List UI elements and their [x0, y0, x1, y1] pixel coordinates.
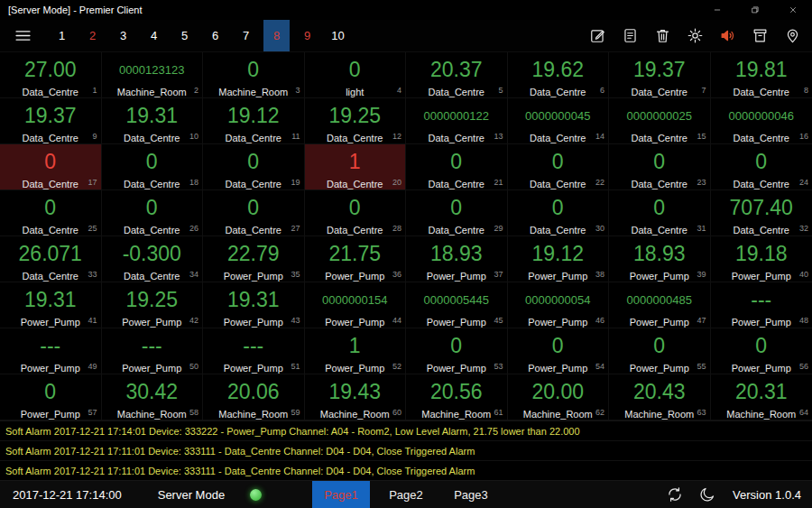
channel-tile-12[interactable]: 19.25Data_Centre12 [305, 98, 407, 144]
channel-tile-36[interactable]: 21.75Power_Pump36 [305, 236, 407, 282]
channel-tile-49[interactable]: ---Power_Pump49 [0, 328, 102, 374]
channel-tile-45[interactable]: 0000005445Power_Pump45 [406, 282, 508, 328]
channel-tile-44[interactable]: 0000000154Power_Pump44 [305, 282, 407, 328]
tile-index: 27 [291, 224, 300, 233]
delete-button[interactable] [654, 27, 671, 44]
channel-tile-9[interactable]: 19.37Data_Centre9 [0, 98, 102, 144]
channel-tile-31[interactable]: 0Data_Centre31 [609, 190, 711, 236]
archive-button[interactable] [752, 27, 769, 44]
tab-page2[interactable]: Page2 [377, 481, 435, 508]
channel-tile-35[interactable]: 22.79Power_Pump35 [203, 236, 305, 282]
channel-tile-52[interactable]: 1Power_Pump52 [305, 328, 407, 374]
channel-tile-17[interactable]: 0Data_Centre17 [0, 144, 102, 190]
channel-tile-40[interactable]: 19.18Power_Pump40 [711, 236, 812, 282]
tab-page3[interactable]: Page3 [442, 481, 500, 508]
channel-tile-13[interactable]: 0000000122Data_Centre13 [406, 98, 508, 144]
channel-tile-63[interactable]: 20.43Machine_Room63 [609, 374, 711, 420]
channel-tile-4[interactable]: 0light4 [305, 52, 407, 98]
channel-tile-59[interactable]: 20.06Machine_Room59 [203, 374, 305, 420]
channel-tile-25[interactable]: 0Data_Centre25 [0, 190, 102, 236]
channel-tile-39[interactable]: 18.93Power_Pump39 [609, 236, 711, 282]
tab-page1[interactable]: Page1 [312, 481, 370, 508]
moon-button[interactable] [698, 485, 716, 503]
tile-index: 41 [88, 316, 97, 325]
channel-tile-41[interactable]: 19.31Power_Pump41 [0, 282, 102, 328]
channel-tile-7[interactable]: 19.37Data_Centre7 [609, 52, 711, 98]
channel-tile-20[interactable]: 1Data_Centre20 [305, 144, 407, 190]
channel-tile-18[interactable]: 0Data_Centre18 [102, 144, 204, 190]
page-number-8[interactable]: 8 [263, 20, 290, 51]
edit-button[interactable] [589, 27, 606, 44]
channel-tile-51[interactable]: ---Power_Pump51 [203, 328, 305, 374]
channel-tile-42[interactable]: 19.25Power_Pump42 [102, 282, 204, 328]
settings-button[interactable] [687, 27, 704, 44]
channel-tile-37[interactable]: 18.93Power_Pump37 [406, 236, 508, 282]
channel-tile-26[interactable]: 0Data_Centre26 [102, 190, 204, 236]
channel-tile-8[interactable]: 19.81Data_Centre8 [711, 52, 812, 98]
location-button[interactable] [784, 27, 801, 44]
sync-button[interactable] [666, 485, 684, 503]
channel-tile-27[interactable]: 0Data_Centre27 [203, 190, 305, 236]
channel-tile-22[interactable]: 0Data_Centre22 [508, 144, 610, 190]
channel-tile-29[interactable]: 0Data_Centre29 [406, 190, 508, 236]
channel-tile-11[interactable]: 19.12Data_Centre11 [203, 98, 305, 144]
channel-tile-33[interactable]: 26.071Data_Centre33 [0, 236, 102, 282]
close-button[interactable] [774, 0, 812, 20]
channel-tile-28[interactable]: 0Data_Centre28 [305, 190, 407, 236]
page-number-10[interactable]: 10 [325, 20, 351, 51]
channel-tile-23[interactable]: 0Data_Centre23 [609, 144, 711, 190]
page-number-4[interactable]: 4 [141, 20, 167, 51]
channel-tile-46[interactable]: 0000000054Power_Pump46 [508, 282, 610, 328]
minimize-button[interactable] [698, 0, 736, 20]
channel-tile-19[interactable]: 0Data_Centre19 [203, 144, 305, 190]
channel-tile-24[interactable]: 0Data_Centre24 [711, 144, 812, 190]
channel-tile-3[interactable]: 0Machine_Room3 [203, 52, 305, 98]
channel-tile-38[interactable]: 19.12Power_Pump38 [508, 236, 610, 282]
status-indicator [250, 489, 262, 501]
channel-tile-15[interactable]: 0000000025Data_Centre15 [609, 98, 711, 144]
tile-label: Data_Centre [226, 179, 281, 189]
page-number-1[interactable]: 1 [49, 20, 75, 51]
tile-label-row: Data_Centre12 [305, 129, 406, 142]
channel-tile-48[interactable]: ---Power_Pump48 [711, 282, 812, 328]
channel-tile-62[interactable]: 20.00Machine_Room62 [508, 374, 610, 420]
page-number-5[interactable]: 5 [171, 20, 198, 51]
channel-tile-56[interactable]: 0Power_Pump56 [711, 328, 812, 374]
channel-tile-64[interactable]: 20.31Machine_Room64 [711, 374, 812, 420]
channel-tile-30[interactable]: 0Data_Centre30 [508, 190, 610, 236]
page-number-9[interactable]: 9 [294, 20, 320, 51]
channel-tile-54[interactable]: 0Power_Pump54 [508, 328, 610, 374]
channel-tile-57[interactable]: 0Power_Pump57 [0, 374, 102, 420]
channel-tile-53[interactable]: 0Power_Pump53 [406, 328, 508, 374]
channel-tile-58[interactable]: 30.42Machine_Room58 [102, 374, 204, 420]
channel-tile-34[interactable]: -0.300Data_Centre34 [102, 236, 204, 282]
channel-tile-47[interactable]: 0000000485Power_Pump47 [609, 282, 711, 328]
page-number-7[interactable]: 7 [233, 20, 259, 51]
channel-tile-55[interactable]: 0Power_Pump55 [609, 328, 711, 374]
tile-label-row: Machine_Room63 [609, 405, 710, 418]
page-number-3[interactable]: 3 [110, 20, 136, 51]
channel-tile-14[interactable]: 0000000045Data_Centre14 [508, 98, 610, 144]
speaker-icon [719, 27, 736, 44]
channel-tile-60[interactable]: 19.43Machine_Room60 [305, 374, 407, 420]
tile-label: Machine_Room [320, 409, 390, 420]
channel-tile-5[interactable]: 20.37Data_Centre5 [406, 52, 508, 98]
channel-tile-2[interactable]: 0000123123Machine_Room2 [102, 52, 204, 98]
page-number-6[interactable]: 6 [202, 20, 228, 51]
channel-tile-6[interactable]: 19.62Data_Centre6 [508, 52, 610, 98]
tile-index: 61 [494, 408, 503, 417]
channel-tile-1[interactable]: 27.00Data_Centre1 [0, 52, 102, 98]
channel-tile-61[interactable]: 20.56Machine_Room61 [406, 374, 508, 420]
channel-tile-21[interactable]: 0Data_Centre21 [406, 144, 508, 190]
channel-tile-32[interactable]: 707.40Data_Centre32 [711, 190, 812, 236]
maximize-button[interactable] [736, 0, 774, 20]
page-number-2[interactable]: 2 [79, 20, 106, 51]
channel-tile-50[interactable]: ---Power_Pump50 [102, 328, 204, 374]
channel-tile-10[interactable]: 19.31Data_Centre10 [102, 98, 204, 144]
channel-tile-43[interactable]: 19.31Power_Pump43 [203, 282, 305, 328]
tile-label: Data_Centre [530, 179, 586, 189]
report-button[interactable] [622, 27, 639, 44]
channel-tile-16[interactable]: 0000000046Data_Centre16 [711, 98, 812, 144]
menu-button[interactable] [11, 24, 34, 48]
speaker-button[interactable] [719, 27, 736, 44]
